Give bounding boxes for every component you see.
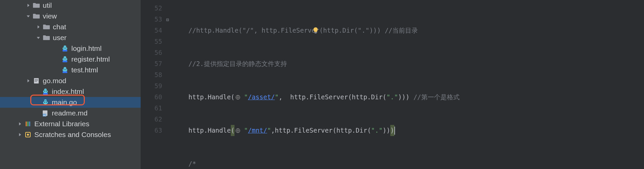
chevron-spacer	[34, 89, 40, 95]
chevron-right-icon[interactable]	[25, 2, 31, 8]
svg-point-0	[63, 47, 67, 50]
code-line: /*	[172, 158, 644, 169]
tree-item-user[interactable]: user	[0, 32, 141, 43]
line-number: 58	[141, 69, 162, 80]
svg-rect-26	[26, 122, 27, 126]
ext-lib-icon	[24, 120, 32, 128]
tree-item-label: main.go	[52, 98, 77, 106]
line-number: 62	[141, 114, 162, 125]
tree-item-label: External Libraries	[34, 120, 89, 128]
svg-rect-12	[34, 78, 39, 83]
code-line: http.Handle("/asset/", http.FileServer(h…	[172, 92, 644, 103]
svg-point-22	[46, 102, 46, 103]
code-line: //2.提供指定目录的静态文件支持	[172, 58, 644, 69]
chevron-spacer	[34, 110, 40, 116]
svg-rect-13	[35, 79, 38, 80]
tree-item-chat[interactable]: chat	[0, 22, 141, 32]
fold-marker-icon[interactable]	[166, 14, 170, 25]
go-html-icon	[61, 56, 69, 63]
line-number: 57	[141, 58, 162, 69]
go-html-icon	[61, 45, 69, 52]
line-number: 59	[141, 80, 162, 92]
svg-rect-15	[35, 81, 37, 82]
tree-item-label: user	[53, 34, 67, 42]
svg-rect-33	[315, 32, 317, 33]
chevron-right-icon[interactable]	[35, 24, 41, 30]
globe-icon	[235, 128, 243, 134]
tree-item-util[interactable]: util	[0, 0, 141, 11]
svg-rect-28	[29, 122, 30, 126]
svg-point-8	[63, 68, 67, 72]
chevron-spacer	[54, 56, 60, 62]
line-number: 63	[141, 125, 162, 136]
line-number: 60	[141, 92, 162, 103]
line-number: 55	[141, 36, 162, 47]
tree-item-main-go[interactable]: main.go	[0, 97, 141, 108]
scratch-icon	[24, 131, 32, 138]
line-number: 53	[141, 14, 162, 25]
folder-icon	[33, 2, 40, 8]
svg-point-21	[44, 102, 45, 103]
go-html-icon	[61, 66, 69, 74]
tree-item-external-libraries[interactable]: External Libraries	[0, 119, 141, 129]
intention-bulb-icon[interactable]	[312, 27, 319, 34]
svg-rect-11	[63, 71, 67, 73]
line-number: 61	[141, 103, 162, 114]
tree-item-label: view	[43, 12, 57, 20]
svg-point-18	[46, 91, 46, 92]
tree-item-view[interactable]: view	[0, 11, 141, 22]
line-numbers-gutter: 525354555657585960616263	[141, 0, 172, 169]
tree-item-label: chat	[53, 23, 66, 31]
svg-rect-27	[27, 122, 29, 126]
tree-item-scratches-and-consoles[interactable]: Scratches and Consoles	[0, 129, 141, 140]
tree-item-test-html[interactable]: test.html	[0, 65, 141, 75]
line-number: 56	[141, 47, 162, 58]
tree-item-go-mod[interactable]: go.mod	[0, 75, 141, 86]
svg-point-30	[27, 134, 29, 136]
chevron-spacer	[54, 67, 60, 73]
tree-item-label: index.html	[52, 88, 84, 96]
project-tree: utilviewchatuserlogin.htmlregister.htmlt…	[0, 0, 141, 169]
svg-point-9	[64, 69, 64, 70]
chevron-spacer	[54, 45, 60, 52]
code-area[interactable]: //http.Handle("/", http.FileServer(http.…	[172, 0, 644, 169]
svg-point-16	[43, 90, 48, 93]
text-cursor	[394, 127, 395, 135]
svg-text:MD: MD	[43, 114, 47, 116]
tree-item-label: go.mod	[43, 77, 66, 85]
tree-item-label: readme.md	[52, 109, 87, 117]
chevron-down-icon[interactable]	[35, 35, 41, 41]
svg-rect-19	[43, 93, 48, 95]
svg-point-10	[65, 69, 66, 70]
chevron-down-icon[interactable]	[25, 13, 31, 19]
svg-point-20	[43, 101, 48, 104]
code-editor[interactable]: 525354555657585960616263 //http.Handle("…	[141, 0, 644, 169]
tree-item-label: login.html	[71, 44, 102, 53]
chevron-right-icon[interactable]	[17, 132, 23, 138]
svg-rect-14	[35, 80, 38, 81]
chevron-right-icon[interactable]	[17, 121, 23, 127]
tree-item-label: Scratches and Consoles	[34, 131, 111, 139]
code-line: //http.Handle("/", http.FileServer(http.…	[172, 25, 644, 36]
go-file-icon	[42, 99, 49, 106]
folder-icon	[43, 24, 50, 30]
go-mod-icon	[33, 77, 40, 84]
tree-item-readme-md[interactable]: MDreadme.md	[0, 108, 141, 119]
svg-point-5	[64, 59, 64, 59]
tree-item-login-html[interactable]: login.html	[0, 43, 141, 54]
md-icon: MD	[42, 109, 49, 117]
svg-rect-3	[63, 50, 67, 52]
folder-icon	[33, 13, 40, 19]
svg-point-4	[63, 58, 67, 61]
svg-point-6	[65, 59, 66, 59]
svg-point-17	[44, 91, 45, 92]
tree-item-label: util	[43, 1, 52, 9]
go-html-icon	[42, 88, 49, 95]
svg-point-1	[64, 48, 64, 48]
chevron-right-icon[interactable]	[25, 78, 31, 84]
tree-item-label: test.html	[71, 66, 98, 74]
tree-item-register-html[interactable]: register.html	[0, 54, 141, 65]
tree-item-index-html[interactable]: index.html	[0, 86, 141, 97]
chevron-spacer	[34, 99, 40, 105]
svg-point-2	[65, 48, 66, 48]
